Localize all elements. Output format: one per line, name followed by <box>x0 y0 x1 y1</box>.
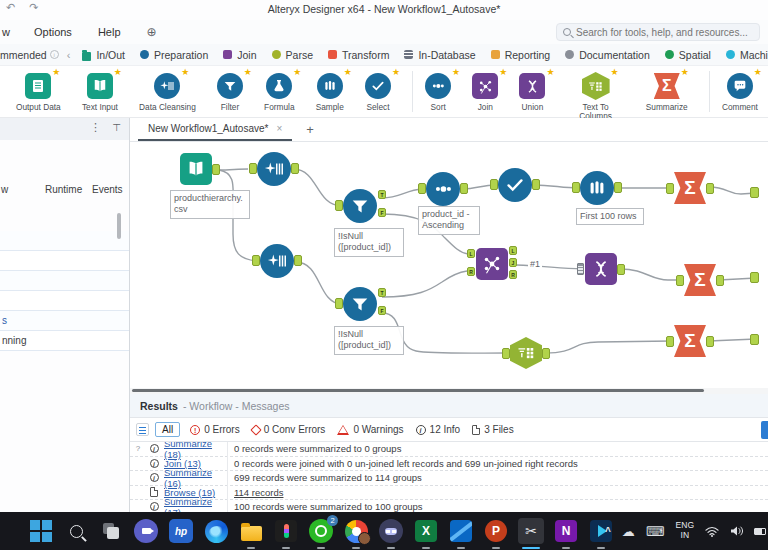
tool-link[interactable]: Summarize (16) <box>164 467 212 489</box>
pin-icon[interactable]: ⊤ <box>112 122 121 133</box>
battery-icon[interactable] <box>754 528 766 535</box>
powerpoint-app[interactable]: P <box>483 518 509 544</box>
input-anchor[interactable] <box>490 179 498 190</box>
annotation-input[interactable]: producthierarchy.csv <box>170 190 250 219</box>
output-anchor[interactable] <box>706 336 714 347</box>
output-anchor[interactable] <box>716 275 724 286</box>
more-options-icon[interactable]: ⋮ <box>90 121 101 134</box>
teams-meet-app[interactable] <box>133 518 159 544</box>
tool-sort[interactable]: ★ Sort <box>412 71 451 112</box>
settings-row[interactable] <box>0 251 129 271</box>
input-anchor[interactable] <box>418 183 426 194</box>
true-output-anchor[interactable]: T <box>378 190 386 199</box>
node-select[interactable] <box>498 168 532 202</box>
filter-conv-errors[interactable]: 0 Conv Errors <box>252 424 326 435</box>
tab-partial[interactable]: w <box>1 184 8 195</box>
tool-filter[interactable]: ★ Filter <box>217 71 243 112</box>
tool-select[interactable]: ★ Select <box>365 71 391 112</box>
tool-summarize[interactable]: ★ Σ Summarize <box>646 71 688 112</box>
annotation-sort[interactable]: product_id - Ascending <box>418 206 480 235</box>
tab-events[interactable]: Events <box>92 184 123 195</box>
new-workflow-button[interactable]: + <box>306 122 314 141</box>
menu-help[interactable]: Help <box>98 26 121 38</box>
input-anchor[interactable] <box>666 336 674 347</box>
input-anchor[interactable] <box>572 182 580 193</box>
tool-text-to-columns[interactable]: ★ Text To Columns <box>567 71 625 121</box>
category-reporting[interactable]: Reporting <box>491 49 551 61</box>
node-summarize-2[interactable]: Σ <box>684 264 716 296</box>
tool-output-data[interactable]: ★ Output Data <box>16 71 61 112</box>
node-join[interactable]: L R L J R <box>476 248 508 280</box>
category-join[interactable]: Join <box>223 49 256 61</box>
tool-data-cleansing[interactable]: ★ Data Cleansing <box>139 71 196 112</box>
scrollbar-thumb[interactable] <box>132 389 704 392</box>
output-anchor[interactable] <box>542 348 550 359</box>
multi-input-anchor[interactable] <box>577 263 584 275</box>
task-view-button[interactable] <box>98 518 124 544</box>
globe-icon[interactable]: ⊕ <box>147 25 157 39</box>
output-anchor[interactable] <box>614 182 622 193</box>
start-button[interactable] <box>28 518 54 544</box>
excel-app[interactable]: X <box>413 518 439 544</box>
category-recommended-partial[interactable]: mmended <box>0 49 47 61</box>
tool-sample[interactable]: ★ Sample <box>316 71 344 112</box>
result-row[interactable]: i Summarize (16) 699 records were summar… <box>130 471 768 486</box>
tool-comment[interactable]: ★ Comment <box>709 71 758 112</box>
node-data-cleansing-2[interactable] <box>260 244 294 278</box>
annotation-filter-2[interactable]: !IsNull ([product_id]) <box>334 326 404 355</box>
node-sort[interactable] <box>426 172 460 206</box>
input-anchor[interactable] <box>335 298 343 309</box>
language-indicator[interactable]: ENGIN <box>676 521 694 541</box>
onedrive-icon[interactable]: ☁ <box>622 524 635 539</box>
volume-icon[interactable] <box>730 525 743 537</box>
input-anchor[interactable] <box>502 348 510 359</box>
filter-info[interactable]: i12 Info <box>416 424 461 435</box>
right-input-anchor[interactable]: R <box>467 267 475 276</box>
false-output-anchor[interactable]: F <box>378 306 386 315</box>
true-output-anchor[interactable]: T <box>378 288 386 297</box>
menu-view-partial[interactable]: w <box>2 26 10 38</box>
filter-files[interactable]: 3 Files <box>472 424 513 435</box>
category-in-database[interactable]: In-Database <box>404 49 475 61</box>
filter-errors[interactable]: !0 Errors <box>190 424 240 435</box>
chevron-left-icon[interactable]: ‹ <box>67 49 71 61</box>
settings-row[interactable] <box>0 291 129 311</box>
node-text-to-columns[interactable] <box>510 337 542 369</box>
search-input[interactable] <box>576 27 753 38</box>
node-filter-2[interactable]: T F <box>343 287 377 321</box>
tool-text-input[interactable]: ★ Text Input <box>82 71 118 112</box>
tool-formula[interactable]: ★ Formula <box>264 71 294 112</box>
output-anchor[interactable] <box>460 183 468 194</box>
menu-options[interactable]: Options <box>34 26 72 38</box>
filter-bar-more-button[interactable] <box>761 421 768 439</box>
wifi-icon[interactable] <box>705 526 719 537</box>
tab-runtime[interactable]: Runtime <box>45 184 82 195</box>
output-anchor[interactable] <box>617 264 625 275</box>
node-union[interactable] <box>585 253 617 285</box>
output-anchor[interactable] <box>532 179 540 190</box>
output-anchor[interactable] <box>212 164 220 175</box>
touch-keyboard-icon[interactable]: ⌨ <box>646 524 665 539</box>
input-anchor[interactable] <box>252 255 260 266</box>
left-input-anchor[interactable]: L <box>467 249 475 258</box>
input-anchor[interactable] <box>249 163 257 174</box>
chrome-browser[interactable] <box>343 518 369 544</box>
category-parse[interactable]: Parse <box>272 49 313 61</box>
snipping-tool-app[interactable]: ✂ <box>518 518 544 544</box>
settings-row[interactable] <box>0 231 129 251</box>
tool-join[interactable]: ★ Join <box>472 71 498 112</box>
input-anchor[interactable] <box>750 272 759 283</box>
category-in-out[interactable]: In/Out <box>82 48 125 61</box>
settings-row[interactable]: s <box>0 311 129 331</box>
whatsapp-app[interactable]: 2 <box>308 518 334 544</box>
help-icon[interactable]: ? <box>130 444 146 453</box>
filter-all-button[interactable]: All <box>155 422 180 437</box>
category-machine-learning[interactable]: Machine Learning <box>726 49 768 61</box>
taskbar-search[interactable] <box>63 518 89 544</box>
vscode-app[interactable] <box>448 518 474 544</box>
output-anchor[interactable] <box>291 163 299 174</box>
input-anchor[interactable] <box>750 334 759 345</box>
canvas-horizontal-scrollbar[interactable] <box>130 388 768 394</box>
category-documentation[interactable]: Documentation <box>565 49 650 61</box>
tool-union[interactable]: ★ Union <box>519 71 545 112</box>
